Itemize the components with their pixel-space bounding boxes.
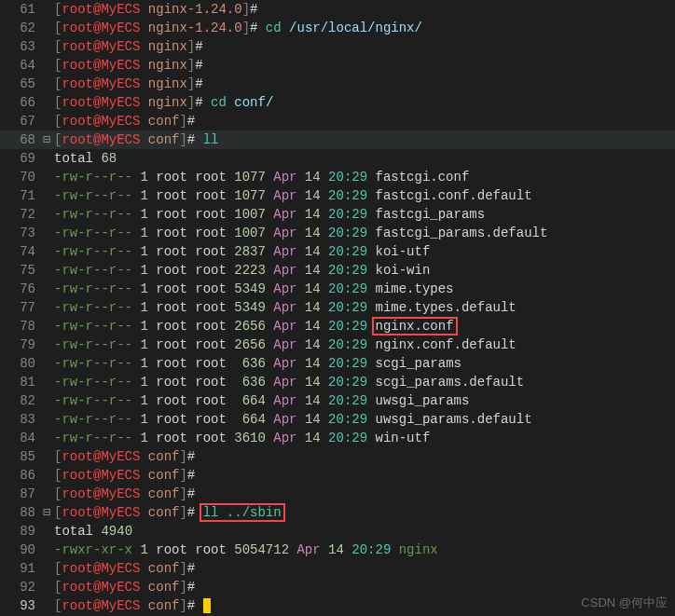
line-number[interactable]: 72 [0,205,39,224]
line-number[interactable]: 78 [0,317,39,335]
code-line[interactable]: 77-rw-r--r-- 1 root root 5349 Apr 14 20:… [0,298,675,317]
code-line[interactable]: 80-rw-r--r-- 1 root root 636 Apr 14 20:2… [0,354,675,373]
code-line[interactable]: 74-rw-r--r-- 1 root root 2837 Apr 14 20:… [0,242,675,261]
code-line[interactable]: 64[root@MyECS nginx]# [0,56,675,75]
fold-icon[interactable]: ⊟ [39,130,54,149]
line-number[interactable]: 73 [0,224,39,242]
code-content[interactable]: [root@MyECS conf]# [54,485,675,503]
code-content[interactable]: [root@MyECS conf]# ll [54,130,675,149]
code-line[interactable]: 79-rw-r--r-- 1 root root 2656 Apr 14 20:… [0,335,675,354]
code-line[interactable]: 91[root@MyECS conf]# [0,559,675,578]
code-line[interactable]: 93[root@MyECS conf]# [0,596,675,615]
line-number[interactable]: 75 [0,261,39,280]
code-line[interactable]: 66[root@MyECS nginx]# cd conf/ [0,93,675,112]
line-number[interactable]: 64 [0,56,39,75]
code-line[interactable]: 71-rw-r--r-- 1 root root 1077 Apr 14 20:… [0,186,675,205]
code-content[interactable]: -rw-r--r-- 1 root root 1077 Apr 14 20:29… [54,186,675,205]
line-number[interactable]: 67 [0,112,39,130]
code-line[interactable]: 61[root@MyECS nginx-1.24.0]# [0,0,675,19]
code-content[interactable]: [root@MyECS conf]# ll ../sbin [54,503,675,522]
line-number[interactable]: 71 [0,186,39,205]
code-content[interactable]: total 4940 [54,522,675,541]
code-line[interactable]: 84-rw-r--r-- 1 root root 3610 Apr 14 20:… [0,429,675,447]
line-number[interactable]: 86 [0,466,39,485]
code-content[interactable]: [root@MyECS nginx]# [54,56,675,75]
line-number[interactable]: 83 [0,410,39,429]
code-content[interactable]: -rw-r--r-- 1 root root 636 Apr 14 20:29 … [54,354,675,373]
code-line[interactable]: 86[root@MyECS conf]# [0,466,675,485]
code-line[interactable]: 76-rw-r--r-- 1 root root 5349 Apr 14 20:… [0,280,675,298]
code-content[interactable]: [root@MyECS nginx]# cd conf/ [54,93,675,112]
line-number[interactable]: 89 [0,522,39,541]
line-number[interactable]: 68 [0,130,39,149]
line-number[interactable]: 87 [0,485,39,503]
line-number[interactable]: 82 [0,391,39,410]
code-line[interactable]: 90-rwxr-xr-x 1 root root 5054712 Apr 14 … [0,541,675,559]
code-content[interactable]: -rw-r--r-- 1 root root 1007 Apr 14 20:29… [54,205,675,224]
code-content[interactable]: -rw-r--r-- 1 root root 1007 Apr 14 20:29… [54,224,675,242]
code-line[interactable]: 92[root@MyECS conf]# [0,578,675,596]
code-content[interactable]: -rw-r--r-- 1 root root 2656 Apr 14 20:29… [54,335,675,354]
code-content[interactable]: [root@MyECS nginx]# [54,75,675,93]
line-number[interactable]: 77 [0,298,39,317]
code-content[interactable]: -rw-r--r-- 1 root root 664 Apr 14 20:29 … [54,410,675,429]
code-content[interactable]: [root@MyECS nginx-1.24.0]# cd /usr/local… [54,19,675,37]
code-content[interactable]: total 68 [54,149,675,168]
line-number[interactable]: 84 [0,429,39,447]
line-number[interactable]: 70 [0,168,39,186]
code-content[interactable]: -rw-r--r-- 1 root root 3610 Apr 14 20:29… [54,429,675,447]
line-number[interactable]: 79 [0,335,39,354]
code-content[interactable]: -rw-r--r-- 1 root root 1077 Apr 14 20:29… [54,168,675,186]
code-line[interactable]: 62[root@MyECS nginx-1.24.0]# cd /usr/loc… [0,19,675,37]
line-number[interactable]: 74 [0,242,39,261]
code-content[interactable]: [root@MyECS conf]# [54,559,675,578]
line-number[interactable]: 80 [0,354,39,373]
code-line[interactable]: 72-rw-r--r-- 1 root root 1007 Apr 14 20:… [0,205,675,224]
line-number[interactable]: 62 [0,19,39,37]
code-content[interactable]: [root@MyECS nginx-1.24.0]# [54,0,675,19]
code-line[interactable]: 65[root@MyECS nginx]# [0,75,675,93]
line-number[interactable]: 66 [0,93,39,112]
code-content[interactable]: -rw-r--r-- 1 root root 5349 Apr 14 20:29… [54,280,675,298]
code-line[interactable]: 69total 68 [0,149,675,168]
code-content[interactable]: -rw-r--r-- 1 root root 2656 Apr 14 20:29… [54,317,675,335]
code-content[interactable]: [root@MyECS conf]# [54,447,675,466]
code-line[interactable]: 70-rw-r--r-- 1 root root 1077 Apr 14 20:… [0,168,675,186]
code-content[interactable]: -rw-r--r-- 1 root root 5349 Apr 14 20:29… [54,298,675,317]
line-number[interactable]: 88 [0,503,39,522]
code-content[interactable]: -rw-r--r-- 1 root root 2223 Apr 14 20:29… [54,261,675,280]
code-line[interactable]: 78-rw-r--r-- 1 root root 2656 Apr 14 20:… [0,317,675,335]
code-line[interactable]: 87[root@MyECS conf]# [0,485,675,503]
code-content[interactable]: -rw-r--r-- 1 root root 2837 Apr 14 20:29… [54,242,675,261]
code-line[interactable]: 89total 4940 [0,522,675,541]
line-number[interactable]: 76 [0,280,39,298]
line-number[interactable]: 93 [0,596,39,615]
code-content[interactable]: [root@MyECS nginx]# [54,37,675,56]
code-content[interactable]: [root@MyECS conf]# [54,112,675,130]
code-line[interactable]: 83-rw-r--r-- 1 root root 664 Apr 14 20:2… [0,410,675,429]
code-line[interactable]: 73-rw-r--r-- 1 root root 1007 Apr 14 20:… [0,224,675,242]
code-line[interactable]: 63[root@MyECS nginx]# [0,37,675,56]
code-content[interactable]: -rw-r--r-- 1 root root 664 Apr 14 20:29 … [54,391,675,410]
line-number[interactable]: 90 [0,541,39,559]
line-number[interactable]: 65 [0,75,39,93]
line-number[interactable]: 91 [0,559,39,578]
line-number[interactable]: 61 [0,0,39,19]
code-line[interactable]: 81-rw-r--r-- 1 root root 636 Apr 14 20:2… [0,373,675,391]
code-line[interactable]: 67[root@MyECS conf]# [0,112,675,130]
code-content[interactable]: -rwxr-xr-x 1 root root 5054712 Apr 14 20… [54,541,675,559]
code-line[interactable]: 75-rw-r--r-- 1 root root 2223 Apr 14 20:… [0,261,675,280]
editor-viewport[interactable]: 61[root@MyECS nginx-1.24.0]# 62[root@MyE… [0,0,675,616]
fold-icon[interactable]: ⊟ [39,503,54,522]
line-number[interactable]: 63 [0,37,39,56]
code-line[interactable]: 68⊟[root@MyECS conf]# ll [0,130,675,149]
line-number[interactable]: 69 [0,149,39,168]
code-line[interactable]: 85[root@MyECS conf]# [0,447,675,466]
code-content[interactable]: [root@MyECS conf]# [54,466,675,485]
line-number[interactable]: 92 [0,578,39,596]
code-content[interactable]: -rw-r--r-- 1 root root 636 Apr 14 20:29 … [54,373,675,391]
line-number[interactable]: 85 [0,447,39,466]
line-number[interactable]: 81 [0,373,39,391]
code-line[interactable]: 82-rw-r--r-- 1 root root 664 Apr 14 20:2… [0,391,675,410]
code-line[interactable]: 88⊟[root@MyECS conf]# ll ../sbin [0,503,675,522]
